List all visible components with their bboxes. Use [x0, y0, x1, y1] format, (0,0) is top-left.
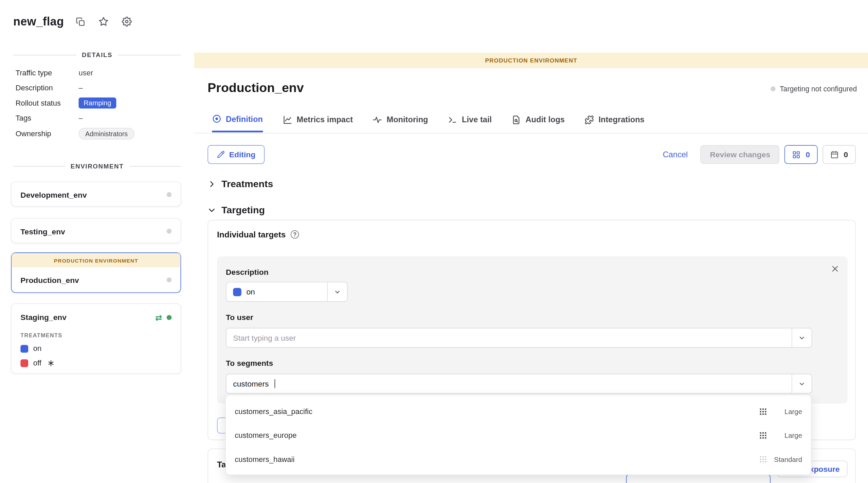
traffic-type-value: user [78, 69, 93, 77]
close-icon [831, 265, 839, 273]
tab-live-tail[interactable]: Live tail [448, 114, 492, 132]
environment-title: ENVIRONMENT [71, 163, 124, 169]
help-icon[interactable]: ? [291, 230, 299, 238]
remove-target-button[interactable] [830, 264, 840, 274]
environment-tabs: Definition Metrics impact Monitoring Liv… [212, 114, 644, 132]
review-changes-button[interactable]: Review changes [701, 145, 780, 164]
details-title: DETAILS [82, 52, 112, 58]
description-value: – [78, 84, 83, 92]
treatment-off-swatch [20, 359, 28, 367]
audit-logs-tab-icon [512, 115, 521, 124]
treatment-color-swatch [233, 288, 241, 296]
env-name: Testing_env [20, 227, 65, 236]
traffic-type-row: Traffic type user [16, 68, 182, 78]
to-user-chevron[interactable] [792, 328, 812, 347]
integrations-tab-icon [585, 115, 594, 124]
sync-arrows-icon: ⇄ [155, 313, 162, 321]
definition-tab-icon [212, 114, 221, 124]
pencil-icon [217, 150, 225, 158]
metrics-impact-tab-icon [283, 115, 292, 124]
layout-count-button[interactable]: 0 [785, 145, 818, 164]
chevron-down-icon [798, 380, 806, 387]
app-window: new_flag DETAILS Traffic type user Descr… [0, 0, 868, 483]
env-card-testing[interactable]: Testing_env [11, 218, 181, 243]
segment-option-hawaii[interactable]: customers_hawaii Standard [226, 447, 811, 471]
individual-targets-title: Individual targets ? [217, 230, 299, 239]
calendar-icon [830, 150, 838, 159]
treatment-select-chevron[interactable] [327, 282, 347, 301]
to-segments-value: customers [233, 379, 269, 388]
to-segments-input[interactable]: customers [226, 374, 812, 394]
production-environment-banner: PRODUCTION ENVIRONMENT [194, 53, 868, 68]
grid-icon [792, 150, 800, 159]
targeting-status-text: Targeting not configured [780, 85, 857, 93]
ownership-label: Ownership [16, 129, 79, 138]
segments-dropdown-menu: customers_asia_pacific Large customers_e… [225, 395, 811, 475]
to-segments-field-label: To segments [226, 359, 273, 368]
segment-size-label: Large [773, 408, 802, 416]
env-card-development[interactable]: Development_env [11, 182, 181, 207]
ownership-row: Ownership Administrators [16, 128, 182, 140]
tab-integrations[interactable]: Integrations [585, 114, 645, 132]
segment-size-label: Standard [773, 455, 802, 463]
individual-target-editor: Description on To user Start typing a us… [217, 256, 848, 404]
description-row: Description – [16, 83, 182, 93]
edit-toolbar: Editing Cancel Review changes 0 0 [207, 145, 856, 164]
to-user-input[interactable]: Start typing a user [226, 328, 812, 348]
to-user-placeholder: Start typing a user [233, 333, 296, 342]
active-status-dot [167, 315, 172, 320]
tabs-divider [194, 133, 868, 133]
env-name: Staging_env [20, 313, 67, 322]
live-tail-tab-icon [448, 115, 457, 124]
editing-button[interactable]: Editing [207, 145, 265, 164]
treatments-section-toggle[interactable]: Treatments [207, 178, 273, 190]
cancel-button[interactable]: Cancel [663, 150, 688, 159]
chevron-right-icon [207, 180, 216, 188]
chevron-down-icon [798, 334, 806, 341]
env-name: Production_env [20, 275, 79, 284]
treatment-select[interactable]: on [226, 282, 348, 302]
schedule-count-button[interactable]: 0 [823, 145, 856, 164]
status-dot [167, 278, 172, 283]
main-panel: PRODUCTION ENVIRONMENT Production_env Ta… [194, 0, 868, 483]
tab-metrics-impact[interactable]: Metrics impact [283, 114, 353, 132]
env-card-staging[interactable]: Staging_env ⇄ TREATMENTS on off [11, 303, 181, 374]
tab-audit-logs[interactable]: Audit logs [512, 114, 565, 132]
treatment-on-label: on [33, 344, 42, 353]
targeting-status: Targeting not configured [770, 85, 857, 93]
sidebar: DETAILS Traffic type user Description – … [0, 0, 194, 483]
treatment-off-label: off [33, 359, 41, 367]
ownership-pill: Administrators [78, 128, 134, 140]
segment-grid-icon [759, 408, 766, 415]
tab-definition[interactable]: Definition [212, 114, 263, 132]
treatment-on-swatch [20, 345, 28, 353]
status-dot [167, 229, 172, 234]
tags-row: Tags – [16, 113, 182, 124]
environment-page-title: Production_env [207, 80, 304, 95]
description-label: Description [16, 84, 79, 92]
segment-size-label: Large [773, 432, 802, 440]
monitoring-tab-icon [373, 115, 382, 124]
segment-option-europe[interactable]: customers_europe Large [226, 424, 811, 447]
segment-grid-icon [759, 432, 766, 439]
to-user-field-label: To user [226, 313, 253, 322]
rollout-status-badge: Ramping [78, 97, 116, 109]
env-name: Development_env [20, 190, 87, 199]
tab-monitoring[interactable]: Monitoring [373, 114, 428, 132]
to-segments-chevron[interactable] [792, 374, 812, 393]
rollout-status-row: Rollout status Ramping [16, 97, 182, 109]
segment-grid-dotted-icon [759, 456, 766, 463]
treatment-select-value: on [246, 287, 255, 296]
env-card-production[interactable]: PRODUCTION ENVIRONMENT Production_env [11, 252, 181, 293]
targeting-section-toggle[interactable]: Targeting [207, 204, 265, 216]
treatment-off-row: off [12, 359, 180, 367]
traffic-type-label: Traffic type [16, 69, 79, 77]
status-dot [167, 192, 172, 197]
description-field-label: Description [226, 267, 269, 276]
text-cursor [274, 379, 275, 388]
segment-option-asia-pacific[interactable]: customers_asia_pacific Large [226, 400, 811, 424]
tags-label: Tags [16, 114, 79, 122]
treatments-caption: TREATMENTS [12, 332, 180, 338]
rollout-status-label: Rollout status [16, 99, 79, 107]
status-dot [770, 86, 775, 91]
